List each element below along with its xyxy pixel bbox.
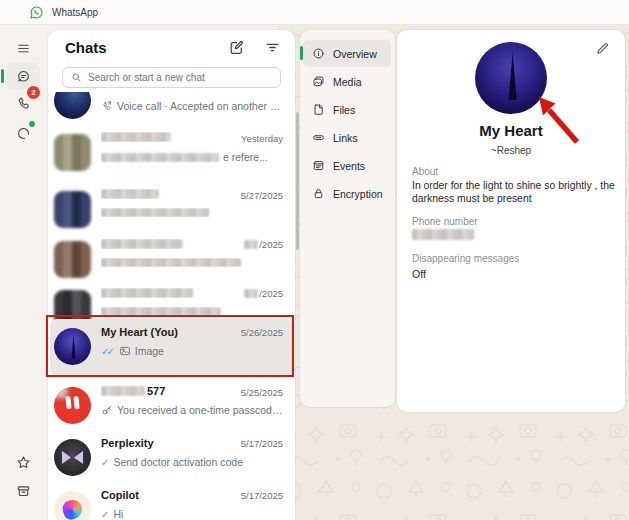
nav-starred-button[interactable] (7, 449, 39, 475)
redacted-message (101, 258, 241, 267)
whatsapp-logo-icon (29, 5, 44, 20)
disappearing-messages-label: Disappearing messages (412, 253, 519, 264)
chat-row-perplexity[interactable]: Perplexity5/17/2025✓Send doctor activati… (50, 430, 293, 484)
chat-date: 5/27/2025 (241, 190, 283, 201)
chat-row[interactable]: Voice call · Accepted on another dev... (50, 92, 293, 120)
chat-row[interactable]: 5775/25/2025You received a one-time pass… (50, 378, 293, 432)
chat-list-panel: Chats Search or start a new chat Voice c… (48, 30, 295, 520)
filter-chats-button[interactable] (264, 39, 281, 56)
avatar (54, 134, 91, 171)
chat-date: /2025 (244, 239, 283, 250)
chat-preview: You received a one-time passcode. F... (101, 404, 283, 416)
chat-preview (101, 307, 283, 316)
redacted-name (101, 239, 183, 249)
tab-links[interactable]: Links (303, 124, 391, 151)
avatar (54, 92, 91, 119)
phone-number-redacted (412, 229, 474, 240)
pencil-icon (595, 41, 610, 56)
redacted-name (101, 189, 159, 199)
profile-pushname: ~Reshep (397, 145, 625, 156)
whatsapp-window: WhatsApp 2 Chats (0, 0, 629, 520)
nav-status-button[interactable] (7, 120, 39, 146)
nav-calls-button[interactable]: 2 (7, 90, 39, 116)
link-icon (312, 131, 325, 144)
avatar (54, 241, 91, 278)
nav-menu-button[interactable] (7, 35, 39, 61)
avatar (54, 439, 91, 476)
tab-media[interactable]: Media (303, 68, 391, 95)
profile-photo[interactable] (475, 42, 547, 114)
voice-call-icon (101, 100, 113, 112)
nav-rail: 2 (0, 25, 48, 520)
avatar (54, 491, 91, 520)
chat-preview: ✓Hi (101, 508, 283, 520)
new-chat-button[interactable] (228, 39, 245, 56)
menu-icon (16, 41, 31, 56)
chat-preview (101, 258, 283, 267)
info-icon (312, 47, 325, 60)
avatar (54, 328, 91, 365)
phone-label: Phone number (412, 216, 478, 227)
chat-name (101, 189, 235, 199)
chat-name: Perplexity (101, 437, 235, 449)
avatar (54, 191, 91, 228)
chat-row-copilot[interactable]: Copilot5/17/2025✓Hi (50, 482, 293, 520)
archive-icon (16, 484, 31, 499)
avatar (54, 387, 91, 424)
chat-row[interactable]: Yesterdaye refere... (50, 125, 293, 179)
search-input[interactable]: Search or start a new chat (62, 67, 281, 88)
chat-preview: e refere... (101, 151, 283, 163)
compose-icon (228, 39, 245, 56)
about-label: About (412, 166, 438, 177)
lock-icon (312, 187, 325, 200)
chat-date: 5/25/2025 (241, 387, 283, 398)
profile-name: My Heart (397, 122, 625, 139)
contact-info-panel: My Heart ~Reshep About In order for the … (397, 30, 625, 412)
key-icon (101, 404, 113, 416)
redacted-message (101, 153, 219, 162)
chat-preview: ✓✓Image (101, 345, 283, 357)
chat-preview: ✓Send doctor activation code (101, 456, 283, 468)
calls-badge: 2 (27, 86, 40, 99)
chat-name (101, 132, 235, 142)
chat-row[interactable]: 5/27/2025 (50, 182, 293, 236)
chat-list: Voice call · Accepted on another dev...Y… (50, 92, 293, 520)
media-icon (312, 75, 325, 88)
chat-bubble-icon (16, 69, 31, 84)
chat-preview: Voice call · Accepted on another dev... (101, 100, 283, 112)
app-title: WhatsApp (52, 7, 98, 18)
filter-icon (264, 39, 281, 56)
chat-name: Copilot (101, 489, 235, 501)
chat-list-header: Chats (48, 30, 295, 64)
search-placeholder: Search or start a new chat (88, 72, 205, 83)
star-icon (16, 455, 31, 470)
chat-date: 5/17/2025 (241, 490, 283, 501)
chat-list-scrollbar[interactable] (296, 112, 299, 250)
chat-date: 5/26/2025 (241, 327, 283, 338)
search-icon (71, 72, 82, 83)
phone-icon (16, 96, 31, 111)
tab-overview[interactable]: Overview (303, 40, 391, 67)
chat-name: 577 (101, 385, 235, 397)
redacted-name (101, 288, 193, 298)
redacted-message (101, 307, 221, 316)
chat-date: /2025 (244, 288, 283, 299)
tab-events[interactable]: Events (303, 152, 391, 179)
title-bar: WhatsApp (0, 0, 629, 25)
chat-date: Yesterday (241, 133, 283, 144)
tab-files[interactable]: Files (303, 96, 391, 123)
redacted-name (101, 386, 145, 396)
nav-active-indicator (1, 69, 4, 83)
edit-profile-button[interactable] (595, 41, 610, 56)
chat-row-my-heart-you[interactable]: My Heart (You)5/26/2025✓✓Image (50, 319, 293, 376)
tab-encryption[interactable]: Encryption (303, 180, 391, 207)
chats-title: Chats (65, 39, 107, 56)
status-unread-dot (28, 120, 36, 128)
chat-name (101, 288, 238, 298)
about-text: In order for the light to shine so brigh… (412, 179, 618, 205)
nav-archived-button[interactable] (7, 478, 39, 504)
chat-row[interactable]: /2025 (50, 232, 293, 286)
status-icon (16, 126, 31, 141)
chat-name (101, 239, 238, 249)
redacted-message (101, 208, 209, 217)
